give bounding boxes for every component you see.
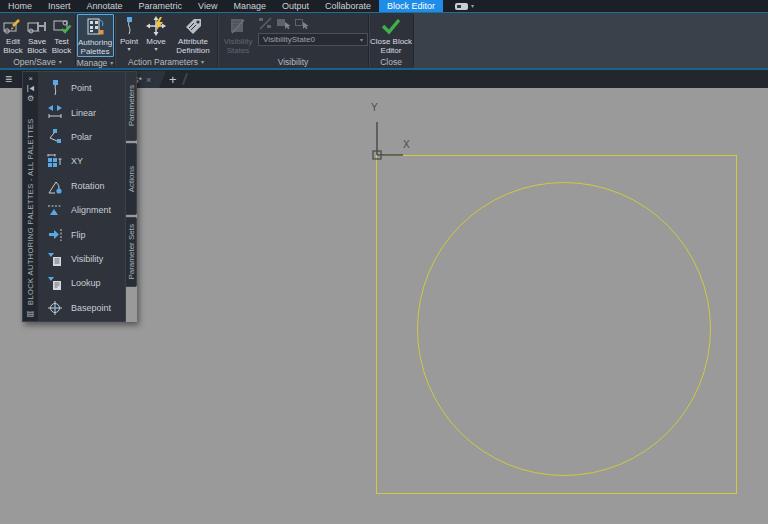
button-label: Visibility States <box>221 37 255 55</box>
panel-label: Action Parameters <box>128 57 198 67</box>
chevron-down-icon: ▾ <box>471 3 474 9</box>
tab-insert[interactable]: Insert <box>40 0 79 12</box>
authoring-palettes-button[interactable]: Authoring Palettes <box>77 14 114 57</box>
visibility-mode-icon <box>294 17 309 30</box>
panel-label: Manage <box>77 58 108 68</box>
palette-item-label: Point <box>71 83 92 93</box>
ribbon-display-toggle[interactable]: ▾ <box>455 0 474 12</box>
palette-title-bar[interactable]: × ⚙ BLOCK AUTHORING PALETTES - ALL PALET… <box>22 71 38 322</box>
palette-item-label: Polar <box>71 132 92 142</box>
flip-parameter-icon <box>47 227 63 243</box>
panel-label: Open/Save <box>13 57 56 67</box>
palette-item-label: Linear <box>71 108 96 118</box>
palette-item-basepoint[interactable]: Basepoint <box>38 296 125 320</box>
point-button[interactable]: Point ▾ <box>116 14 142 52</box>
button-label: Point <box>120 37 138 46</box>
autocad-block-editor-window: Home Insert Annotate Parametric View Man… <box>0 0 768 524</box>
green-check-icon <box>380 15 402 36</box>
palette-item-alignment[interactable]: Alignment <box>38 198 125 222</box>
palette-item-rotation[interactable]: Rotation <box>38 174 125 198</box>
tab-block-editor[interactable]: Block Editor <box>379 0 443 12</box>
tab-output[interactable]: Output <box>274 0 317 12</box>
palette-item-lookup[interactable]: Lookup <box>38 271 125 295</box>
edit-block-button[interactable]: Edit Block <box>1 14 25 55</box>
panel-label: Visibility <box>278 57 309 67</box>
tab-manage[interactable]: Manage <box>225 0 274 12</box>
visibility-states-icon <box>228 15 248 36</box>
make-invisible-icon <box>276 17 291 30</box>
tab-annotate[interactable]: Annotate <box>79 0 131 12</box>
authoring-palettes-icon <box>85 16 105 37</box>
panel-pin-icon[interactable]: ▾ <box>110 60 113 66</box>
panel-visibility: Visibility States <box>218 13 368 68</box>
palette-tab-actions[interactable]: Actions <box>126 143 137 215</box>
palette-tab-parameter-sets[interactable]: Parameter Sets <box>126 217 137 287</box>
palette-item-label: Alignment <box>71 205 111 215</box>
visibility-state-dropdown[interactable]: VisibilityState0 ▾ <box>258 33 368 46</box>
tab-close-icon[interactable]: × <box>146 75 151 85</box>
linear-parameter-icon <box>47 105 63 121</box>
visibility-state-value: VisibilityState0 <box>263 35 315 44</box>
button-label: Move <box>146 37 166 46</box>
button-label: Test Block <box>49 37 74 55</box>
palette-item-polar[interactable]: Polar <box>38 125 125 149</box>
tab-home[interactable]: Home <box>0 0 40 12</box>
dropdown-caret-icon[interactable]: ▾ <box>154 47 157 52</box>
edit-block-icon <box>3 15 23 36</box>
lookup-parameter-icon <box>47 275 63 291</box>
panel-caret-icon[interactable]: ▾ <box>59 59 62 65</box>
palette-item-visibility[interactable]: Visibility <box>38 247 125 271</box>
ucs-y-axis-label: Y <box>371 102 378 113</box>
test-block-button[interactable]: Test Block <box>49 14 74 55</box>
properties-menu-icon[interactable]: ▤ <box>27 309 35 319</box>
ribbon-tab-bar: Home Insert Annotate Parametric View Man… <box>0 0 768 12</box>
panel-caret-icon[interactable]: ▾ <box>201 59 204 65</box>
auto-hide-icon[interactable] <box>26 84 35 94</box>
tab-overflow-menu-icon[interactable]: ≡ <box>5 70 12 88</box>
panel-manage: Authoring Palettes Manage ▾ <box>76 13 114 68</box>
palette-close-icon[interactable]: × <box>28 74 33 84</box>
new-tab-button[interactable]: + <box>166 70 180 88</box>
panel-separator <box>413 15 414 66</box>
tab-separator <box>182 73 188 85</box>
palette-title: BLOCK AUTHORING PALETTES - ALL PALETTES <box>26 108 35 305</box>
tab-view[interactable]: View <box>190 0 225 12</box>
palette-item-xy[interactable]: XY <box>38 149 125 173</box>
polar-parameter-icon <box>47 129 63 145</box>
button-label: Save Block <box>25 37 49 55</box>
palette-item-linear[interactable]: Linear <box>38 100 125 124</box>
dropdown-caret-icon[interactable]: ▾ <box>127 47 130 52</box>
gear-icon[interactable]: ⚙ <box>27 94 34 104</box>
ribbon-empty-area <box>414 13 768 68</box>
palette-item-label: Visibility <box>71 254 103 264</box>
point-parameter-icon <box>120 15 138 36</box>
point-parameter-icon <box>47 80 63 96</box>
tab-collaborate[interactable]: Collaborate <box>317 0 379 12</box>
save-block-icon <box>27 15 47 36</box>
panel-close: Close Block Editor Close <box>369 13 413 68</box>
move-button[interactable]: Move ▾ <box>142 14 170 52</box>
alignment-parameter-icon <box>47 202 63 218</box>
close-block-editor-button[interactable]: Close Block Editor <box>369 14 413 55</box>
block-circle[interactable] <box>417 182 711 476</box>
attribute-definition-button[interactable]: Attribute Definition <box>170 14 216 55</box>
ucs-x-axis-label: X <box>403 139 410 150</box>
xy-parameter-icon <box>47 153 63 169</box>
make-visible-icon <box>258 17 273 30</box>
save-block-button[interactable]: Save Block <box>25 14 49 55</box>
button-label: Edit Block <box>1 37 25 55</box>
palette-item-label: Flip <box>71 230 86 240</box>
ribbon: Edit Block Save Block Test Block Open/Sa… <box>0 12 768 70</box>
tab-parametric[interactable]: Parametric <box>131 0 191 12</box>
test-block-icon <box>52 15 72 36</box>
move-action-icon <box>146 15 166 36</box>
visibility-states-button: Visibility States <box>221 14 255 55</box>
palette-item-label: Basepoint <box>71 303 111 313</box>
palette-item-flip[interactable]: Flip <box>38 222 125 246</box>
palette-item-label: Lookup <box>71 278 101 288</box>
palette-tab-parameters[interactable]: Parameters <box>126 71 137 141</box>
palette-item-label: Rotation <box>71 181 105 191</box>
panel-action-parameters: Point ▾ Move ▾ Attribute Definition <box>115 13 217 68</box>
palette-tab-label: Parameters <box>127 81 136 130</box>
palette-item-point[interactable]: Point <box>38 76 125 100</box>
